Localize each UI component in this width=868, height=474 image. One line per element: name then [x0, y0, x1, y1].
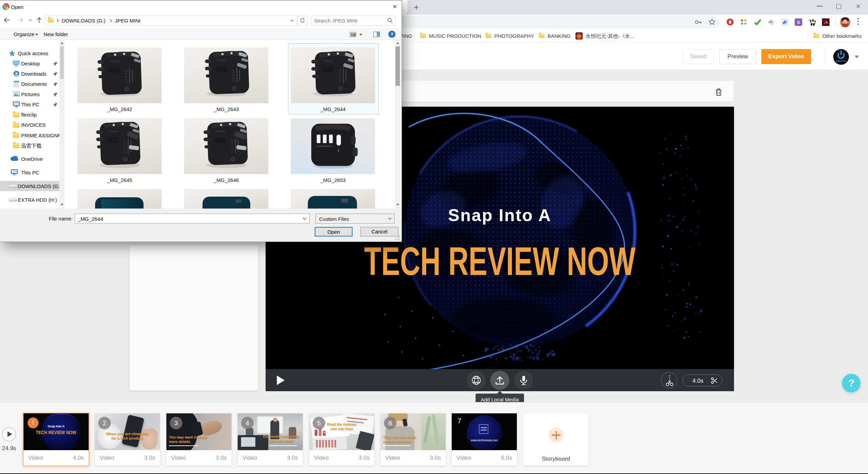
svg-text:S: S	[797, 20, 800, 25]
